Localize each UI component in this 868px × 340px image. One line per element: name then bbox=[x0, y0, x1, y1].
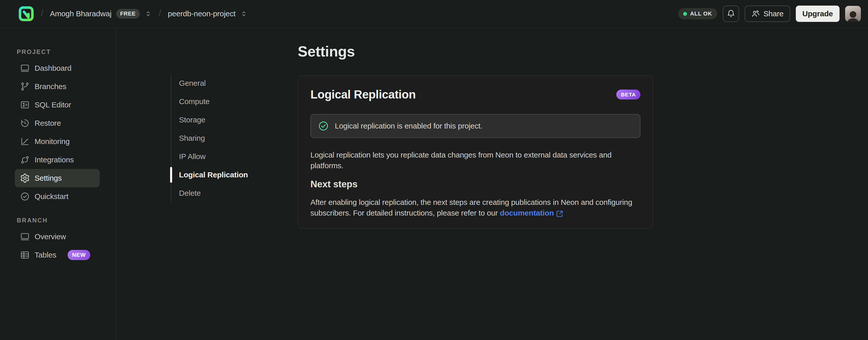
chevron-updown-icon bbox=[240, 10, 248, 18]
status-pill[interactable]: ALL OK bbox=[678, 8, 717, 19]
sidebar-item-sql-editor[interactable]: SQL Editor bbox=[15, 96, 100, 114]
new-badge: NEW bbox=[68, 250, 91, 260]
sql-editor-icon bbox=[20, 100, 30, 110]
avatar-silhouette bbox=[845, 10, 861, 22]
logical-replication-card: Logical Replication BETA Logical replica… bbox=[298, 75, 653, 229]
git-branch-icon bbox=[20, 81, 30, 92]
bell-icon bbox=[726, 9, 735, 18]
plan-badge: FREE bbox=[116, 9, 140, 19]
share-button[interactable]: Share bbox=[745, 6, 790, 22]
subnav-item-compute[interactable]: Compute bbox=[171, 92, 290, 111]
status-label: ALL OK bbox=[690, 10, 712, 17]
org-breadcrumb[interactable]: Amogh Bharadwaj FREE bbox=[50, 9, 152, 19]
success-alert: Logical replication is enabled for this … bbox=[310, 114, 641, 138]
section-label-branch: BRANCH bbox=[17, 217, 116, 224]
description-text: Logical replication lets you replicate d… bbox=[310, 150, 641, 171]
next-steps-title: Next steps bbox=[310, 179, 641, 190]
neon-logo[interactable] bbox=[18, 6, 34, 22]
sidebar-item-quickstart[interactable]: Quickstart bbox=[15, 187, 100, 206]
breadcrumb-separator: / bbox=[159, 8, 161, 19]
user-avatar[interactable] bbox=[845, 6, 861, 22]
notifications-button[interactable] bbox=[723, 6, 739, 22]
top-bar: / Amogh Bharadwaj FREE / peerdb-neon-pro… bbox=[0, 0, 868, 28]
success-check-icon bbox=[318, 121, 329, 131]
section-label-project: PROJECT bbox=[17, 48, 116, 55]
chevron-updown-icon bbox=[145, 10, 152, 18]
sidebar-item-tables[interactable]: Tables NEW bbox=[15, 246, 100, 264]
sidebar-item-dashboard[interactable]: Dashboard bbox=[15, 59, 100, 77]
gear-icon bbox=[20, 173, 30, 183]
overview-icon bbox=[20, 232, 30, 242]
sidebar-item-overview[interactable]: Overview bbox=[15, 228, 100, 246]
share-label: Share bbox=[764, 9, 783, 18]
settings-subnav: General Compute Storage Sharing IP Allow… bbox=[171, 74, 290, 202]
sidebar-item-monitoring[interactable]: Monitoring bbox=[15, 132, 100, 151]
beta-badge: BETA bbox=[616, 90, 641, 100]
project-name: peerdb-neon-project bbox=[168, 9, 236, 18]
project-breadcrumb[interactable]: peerdb-neon-project bbox=[168, 9, 248, 18]
subnav-item-sharing[interactable]: Sharing bbox=[171, 129, 290, 147]
status-dot-icon bbox=[683, 12, 687, 16]
sidebar-item-settings[interactable]: Settings bbox=[15, 169, 100, 187]
people-icon bbox=[751, 9, 760, 18]
breadcrumb-separator: / bbox=[41, 8, 43, 19]
page-title: Settings bbox=[298, 43, 355, 60]
subnav-item-delete[interactable]: Delete bbox=[171, 184, 290, 202]
subnav-item-ip-allow[interactable]: IP Allow bbox=[171, 147, 290, 166]
sidebar-item-restore[interactable]: Restore bbox=[15, 114, 100, 132]
integrations-icon bbox=[20, 155, 30, 165]
monitoring-chart-icon bbox=[20, 136, 30, 147]
card-title: Logical Replication bbox=[310, 87, 416, 102]
documentation-link[interactable]: documentation bbox=[500, 208, 563, 218]
restore-history-icon bbox=[20, 118, 30, 128]
alert-text: Logical replication is enabled for this … bbox=[335, 122, 483, 130]
external-link-icon bbox=[556, 209, 563, 217]
subnav-item-general[interactable]: General bbox=[171, 74, 290, 92]
sidebar: PROJECT Dashboard Branches SQL Editor Re… bbox=[0, 29, 117, 340]
sidebar-item-integrations[interactable]: Integrations bbox=[15, 151, 100, 169]
check-circle-icon bbox=[20, 191, 30, 202]
org-name: Amogh Bharadwaj bbox=[50, 9, 111, 18]
upgrade-button[interactable]: Upgrade bbox=[796, 6, 839, 22]
dashboard-icon bbox=[20, 63, 30, 73]
sidebar-item-branches[interactable]: Branches bbox=[15, 77, 100, 96]
next-steps-text: After enabling logical replication, the … bbox=[310, 197, 641, 218]
table-icon bbox=[20, 250, 30, 260]
subnav-item-logical-replication[interactable]: Logical Replication bbox=[171, 166, 290, 184]
subnav-item-storage[interactable]: Storage bbox=[171, 111, 290, 129]
